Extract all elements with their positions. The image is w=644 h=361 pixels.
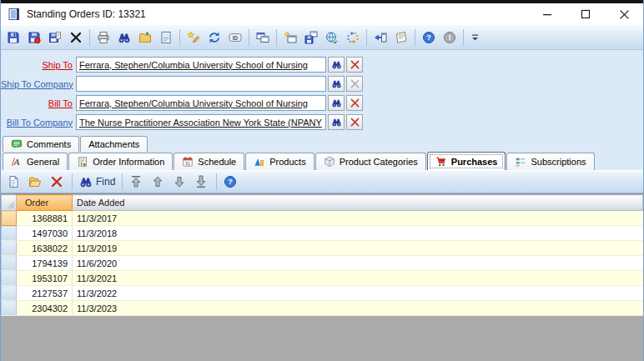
top-tab-strip: Comments Attachments [1, 135, 643, 152]
bill-to-label[interactable]: Bill To [1, 98, 76, 108]
save-and-close-button[interactable] [24, 28, 44, 48]
svg-text:!: ! [448, 33, 450, 42]
minimize-button[interactable] [528, 3, 566, 25]
tab-products[interactable]: Products [245, 153, 314, 170]
new-purchase-button[interactable] [4, 172, 24, 192]
new-window-button[interactable] [280, 28, 300, 48]
tab-schedule[interactable]: 31 Schedule [174, 153, 244, 170]
select-all-corner[interactable] [2, 195, 17, 211]
move-first-button[interactable] [127, 172, 147, 192]
ship-to-company-lookup-button[interactable] [328, 76, 345, 92]
ship-to-label[interactable]: Ship To [1, 60, 76, 70]
main-tab-strip: A General Order Information 31 Schedule … [1, 152, 643, 170]
delete-purchase-button[interactable] [48, 172, 68, 192]
bill-to-company-clear-button[interactable] [346, 114, 363, 130]
ship-to-company-field[interactable] [76, 76, 326, 92]
save-all-icon [304, 31, 318, 44]
tab-subscriptions[interactable]: Subscriptions [506, 153, 594, 170]
ship-to-company-label[interactable]: Ship To Company [1, 79, 76, 89]
bill-to-company-lookup-button[interactable] [328, 114, 345, 130]
find-binoculars-icon [79, 175, 93, 188]
sync-button[interactable] [343, 28, 363, 48]
id-button[interactable]: ID [225, 28, 245, 48]
move-last-button[interactable] [192, 172, 212, 192]
new-note-button[interactable] [184, 28, 204, 48]
main-toolbar: ID [1, 25, 643, 50]
row-selector[interactable] [2, 286, 17, 301]
open-button[interactable] [135, 28, 155, 48]
ship-to-lookup-button[interactable] [328, 57, 345, 73]
bill-to-company-label[interactable]: Bill To Company [1, 118, 76, 128]
delete-record-button[interactable] [66, 28, 86, 48]
grid-help-button[interactable]: ? [221, 172, 241, 192]
column-header-date-added[interactable]: Date Added [73, 195, 643, 211]
move-first-icon [129, 175, 143, 188]
refresh-button[interactable] [204, 28, 224, 48]
find-purchase-button[interactable]: Find [77, 172, 118, 192]
toolbar-separator [276, 29, 277, 46]
bill-to-field[interactable]: Ferrara, Stephen/Columbia University Sch… [76, 95, 326, 111]
save-as-icon [48, 31, 62, 44]
find-label: Find [96, 176, 115, 188]
column-header-order[interactable]: Order [17, 195, 73, 211]
bill-to-lookup-button[interactable] [328, 95, 345, 111]
move-up-button[interactable] [148, 172, 169, 192]
report-button[interactable] [156, 28, 176, 48]
goto-record-button[interactable] [370, 28, 390, 48]
web-button[interactable] [322, 28, 342, 48]
sync-icon [346, 31, 360, 44]
ship-to-field[interactable]: Ferrara, Stephen/Columbia University Sch… [76, 57, 326, 73]
tab-attachments[interactable]: Attachments [80, 136, 148, 152]
row-selector[interactable] [2, 256, 17, 271]
bill-to-company-field[interactable]: The Nurse Practitioner Association New Y… [76, 114, 326, 130]
close-icon [619, 9, 630, 20]
lookup-binoculars-icon [331, 98, 342, 108]
products-chart-icon [254, 156, 265, 168]
table-row[interactable]: 2127537 11/3/2022 [2, 286, 643, 301]
standing-orders-icon [8, 8, 21, 21]
tab-general[interactable]: A General [3, 153, 68, 170]
move-down-button[interactable] [170, 172, 190, 192]
table-row[interactable]: 1794139 11/6/2020 [2, 256, 643, 271]
tab-purchases[interactable]: Purchases [427, 152, 506, 170]
windows-button[interactable] [253, 28, 273, 48]
tab-product-categories[interactable]: Product Categories [315, 153, 426, 170]
refresh-icon [208, 31, 221, 44]
windows-icon [256, 31, 269, 44]
table-row[interactable]: 1497030 11/3/2018 [2, 226, 643, 241]
row-selector[interactable] [2, 241, 17, 256]
table-row[interactable]: 1368881 11/3/2017 [2, 211, 643, 226]
header-row: Order Date Added [2, 195, 643, 211]
lookup-binoculars-icon [331, 59, 342, 70]
toolbar-separator [72, 173, 73, 190]
print-button[interactable] [93, 28, 113, 48]
toolbar-options-button[interactable] [469, 28, 480, 48]
save-as-button[interactable] [45, 28, 65, 48]
lookup-binoculars-icon [331, 78, 342, 89]
row-selector[interactable] [2, 301, 17, 316]
corner-triangle-icon [7, 201, 14, 208]
save-and-close-icon [28, 31, 41, 44]
row-selector[interactable] [2, 211, 17, 226]
save-all-button[interactable] [301, 28, 321, 48]
tab-comments[interactable]: Comments [3, 136, 79, 152]
purchases-cart-icon [435, 156, 447, 168]
maximize-button[interactable] [566, 3, 605, 25]
help-button[interactable]: ? [419, 28, 439, 48]
close-button[interactable] [605, 3, 643, 25]
toolbar-separator [122, 173, 123, 190]
table-row[interactable]: 1953107 11/3/2021 [2, 271, 643, 286]
tab-order-information[interactable]: Order Information [68, 153, 173, 170]
table-row[interactable]: 2304302 11/3/2023 [2, 301, 643, 316]
alert-button[interactable]: ! [440, 28, 460, 48]
ship-to-clear-button[interactable] [346, 57, 363, 73]
row-selector[interactable] [2, 271, 17, 286]
open-purchase-button[interactable] [26, 172, 46, 192]
table-row[interactable]: 1638022 11/3/2019 [2, 241, 643, 256]
save-button[interactable] [3, 28, 23, 48]
row-selector[interactable] [2, 226, 17, 241]
note-button[interactable] [391, 28, 411, 48]
bill-to-clear-button[interactable] [346, 95, 363, 111]
find-button[interactable] [114, 28, 134, 48]
toolbar-separator [463, 29, 464, 46]
